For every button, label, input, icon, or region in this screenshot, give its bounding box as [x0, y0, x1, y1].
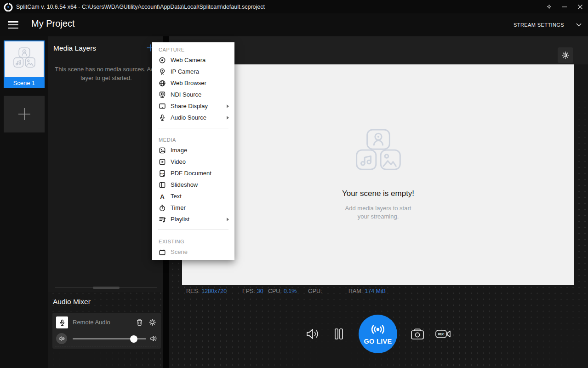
- channel-settings-gear-icon[interactable]: [148, 318, 156, 326]
- brightness-button[interactable]: [558, 47, 573, 63]
- rec-video-icon: REC: [435, 329, 451, 339]
- empty-scene-subtitle: Add media layers to start your streaming…: [339, 204, 417, 220]
- menu-item-label: Text: [171, 193, 229, 200]
- status-bar: RES:1280x720FPS:30CPU:0.1%GPU:RAM:174 Mi…: [169, 288, 588, 297]
- snapshot-button[interactable]: [411, 328, 424, 340]
- menu-divider: [158, 128, 228, 128]
- add-scene-button[interactable]: [4, 96, 45, 132]
- microphone-icon: [56, 316, 68, 328]
- media-layers-title: Media Layers: [53, 44, 96, 52]
- broadcast-icon: [370, 323, 386, 335]
- go-live-label: GO LIVE: [364, 338, 392, 345]
- ndi-icon: [159, 91, 166, 98]
- minimize-button[interactable]: [557, 0, 572, 13]
- menu-item-image[interactable]: Image: [152, 144, 234, 156]
- scene-icon: [159, 248, 166, 256]
- menu-section-header-capture: CAPTURE: [152, 45, 234, 54]
- menu-item-playlist[interactable]: Playlist: [152, 213, 234, 225]
- svg-text:REC: REC: [438, 333, 445, 336]
- audio-channel-name: Remote Audio: [73, 319, 110, 326]
- status-res: RES:1280x720: [186, 288, 227, 294]
- volume-slider[interactable]: [73, 338, 146, 339]
- menu-item-label: Playlist: [171, 216, 222, 223]
- playlist-icon: [159, 216, 166, 223]
- submenu-arrow-icon: [227, 218, 229, 221]
- add-layer-menu: CAPTUREWeb CameraIP CameraWeb BrowserNDI…: [152, 42, 234, 260]
- mute-button[interactable]: [56, 333, 67, 344]
- panel-resize-handle[interactable]: [93, 287, 120, 289]
- menu-item-web-camera[interactable]: Web Camera: [152, 54, 234, 66]
- video-icon: [159, 158, 166, 166]
- empty-scene-icon: [349, 129, 408, 177]
- menu-item-label: Web Browser: [171, 80, 229, 86]
- hamburger-menu-button[interactable]: [8, 21, 18, 30]
- text-icon: A: [159, 193, 166, 200]
- submenu-arrow-icon: [227, 116, 229, 120]
- status-ram: RAM:174 MiB: [348, 288, 386, 294]
- menu-item-label: Share Display: [171, 103, 222, 109]
- status-fps: FPS:30: [242, 288, 263, 294]
- media-layers-empty-message: This scene has no media sources. Add lay…: [54, 65, 158, 83]
- menu-item-label: IP Camera: [171, 68, 229, 75]
- scene-preview: Your scene is empty! Add media layers to…: [182, 64, 574, 285]
- output-volume-button[interactable]: [305, 327, 320, 341]
- speaker-loud-icon: [150, 335, 157, 342]
- menu-item-label: Image: [171, 147, 229, 154]
- svg-text:A: A: [160, 193, 165, 200]
- stream-settings-button[interactable]: STREAM SETTINGS: [514, 13, 582, 36]
- brightness-sun-icon: [561, 51, 570, 59]
- stream-settings-label: STREAM SETTINGS: [514, 22, 564, 28]
- menu-section-header-existing: EXISTING: [152, 237, 234, 246]
- menu-item-scene[interactable]: Scene: [152, 246, 234, 258]
- menu-item-share-display[interactable]: Share Display: [152, 100, 234, 112]
- menu-item-label: Slideshow: [171, 181, 229, 188]
- webcam-icon: [159, 57, 166, 64]
- app-header: My Project STREAM SETTINGS: [0, 13, 588, 36]
- menu-item-video[interactable]: Video: [152, 156, 234, 167]
- pause-icon: [334, 328, 344, 340]
- scene-label: Scene 1: [4, 78, 45, 88]
- menu-item-ndi-source[interactable]: NDI Source: [152, 89, 234, 100]
- audio-mixer-title: Audio Mixer: [53, 298, 91, 306]
- empty-scene-title: Your scene is empty!: [342, 189, 414, 198]
- splitcam-window: SplitCam v. 10.6.54 x64 - C:\Users\WDAGU…: [0, 0, 588, 368]
- menu-item-label: Web Camera: [171, 57, 229, 63]
- display-icon: [159, 103, 166, 110]
- record-button[interactable]: REC: [435, 329, 451, 339]
- menu-section-header-media: MEDIA: [152, 135, 234, 144]
- close-button[interactable]: [572, 0, 588, 13]
- menu-item-web-browser[interactable]: Web Browser: [152, 77, 234, 89]
- menu-item-label: Timer: [171, 204, 229, 211]
- go-live-button[interactable]: GO LIVE: [359, 315, 397, 353]
- camera-icon: [411, 328, 424, 340]
- scene-thumbnail[interactable]: Scene 1: [4, 40, 45, 88]
- menu-item-label: Audio Source: [171, 114, 222, 121]
- menu-item-label: Video: [171, 158, 229, 165]
- status-gpu: GPU:: [308, 288, 324, 294]
- window-title: SplitCam v. 10.6.54 x64 - C:\Users\WDAGU…: [16, 4, 265, 10]
- scene-thumbnail-image: [4, 40, 45, 78]
- pause-button[interactable]: [334, 328, 344, 340]
- pin-window-icon[interactable]: [541, 0, 557, 13]
- menu-item-audio-source[interactable]: Audio Source: [152, 112, 234, 123]
- menu-item-label: Scene: [171, 248, 229, 255]
- menu-divider: [158, 230, 228, 230]
- menu-item-timer[interactable]: Timer: [152, 202, 234, 213]
- ip-camera-icon: [159, 68, 166, 75]
- menu-item-pdf-document[interactable]: PDFPDF Document: [152, 167, 234, 179]
- image-icon: [159, 147, 166, 154]
- menu-item-ip-camera[interactable]: IP Camera: [152, 66, 234, 77]
- plus-icon: [17, 106, 32, 122]
- delete-channel-icon[interactable]: [136, 318, 143, 326]
- splitcam-logo-icon: [4, 2, 13, 12]
- slideshow-icon: [159, 181, 166, 189]
- status-cpu: CPU:0.1%: [268, 288, 297, 294]
- volume-slider-thumb[interactable]: [130, 335, 137, 343]
- menu-item-text[interactable]: AText: [152, 190, 234, 202]
- main-area: Scene 1 Media Layers This scene has no m…: [0, 36, 588, 368]
- globe-icon: [159, 80, 166, 87]
- menu-item-slideshow[interactable]: Slideshow: [152, 179, 234, 190]
- svg-text:PDF: PDF: [160, 172, 165, 174]
- project-title: My Project: [31, 18, 74, 29]
- speaker-muted-icon: [58, 335, 65, 342]
